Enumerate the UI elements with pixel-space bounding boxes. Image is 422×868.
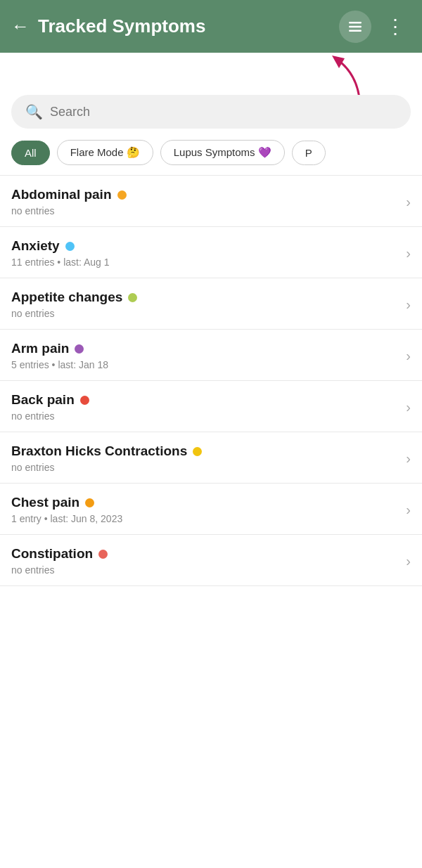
list-view-button[interactable] (339, 11, 371, 43)
chevron-right-icon: › (406, 502, 411, 518)
symptom-info: Back pain no entries (11, 392, 400, 422)
svg-rect-2 (349, 30, 362, 32)
symptom-info: Arm pain 5 entries • last: Jan 18 (11, 341, 400, 370)
svg-rect-0 (349, 22, 362, 24)
svg-rect-1 (349, 25, 362, 27)
symptom-dot (98, 550, 108, 559)
symptom-name-row: Back pain (11, 392, 400, 408)
list-item[interactable]: Constipation no entries › (0, 535, 422, 586)
chevron-right-icon: › (406, 399, 411, 415)
filter-chip-all[interactable]: All (11, 141, 50, 165)
symptom-sub: no entries (11, 410, 400, 422)
symptom-dot (80, 396, 89, 405)
symptom-name: Anxiety (11, 238, 60, 254)
symptom-name: Constipation (11, 546, 93, 562)
list-item[interactable]: Back pain no entries › (0, 381, 422, 432)
symptom-name: Arm pain (11, 341, 69, 356)
symptom-name: Braxton Hicks Contractions (11, 443, 187, 459)
more-options-button[interactable]: ⋮ (380, 14, 411, 39)
symptom-dot (75, 344, 84, 354)
filter-chips: All Flare Mode 🤔 Lupus Symptoms 💜 P (0, 137, 422, 175)
symptom-name-row: Arm pain (11, 341, 400, 356)
list-item[interactable]: Arm pain 5 entries • last: Jan 18 › (0, 330, 422, 381)
list-item[interactable]: Chest pain 1 entry • last: Jun 8, 2023 › (0, 484, 422, 535)
symptom-sub: no entries (11, 462, 400, 473)
symptom-name: Abdominal pain (11, 187, 112, 202)
page-title: Tracked Symptoms (38, 15, 331, 37)
app-header: ← Tracked Symptoms ⋮ (0, 0, 422, 53)
symptom-info: Braxton Hicks Contractions no entries (11, 443, 400, 473)
filter-chip-flare[interactable]: Flare Mode 🤔 (57, 140, 153, 165)
chevron-right-icon: › (406, 553, 411, 569)
chevron-right-icon: › (406, 451, 411, 467)
chevron-right-icon: › (406, 245, 411, 261)
symptom-dot (193, 447, 202, 456)
symptom-dot (85, 498, 94, 507)
search-section: 🔍 (0, 95, 422, 137)
search-icon: 🔍 (25, 103, 43, 120)
symptom-list: Abdominal pain no entries › Anxiety 11 e… (0, 175, 422, 586)
symptom-name-row: Chest pain (11, 495, 400, 510)
symptom-name-row: Abdominal pain (11, 187, 400, 202)
back-button[interactable]: ← (11, 15, 30, 37)
symptom-info: Abdominal pain no entries (11, 187, 400, 216)
symptom-name-row: Constipation (11, 546, 400, 562)
chevron-right-icon: › (406, 348, 411, 364)
symptom-info: Chest pain 1 entry • last: Jun 8, 2023 (11, 495, 400, 524)
search-input[interactable] (50, 105, 397, 119)
symptom-sub: 1 entry • last: Jun 8, 2023 (11, 513, 400, 524)
symptom-sub: 5 entries • last: Jan 18 (11, 359, 400, 370)
list-item[interactable]: Appetite changes no entries › (0, 278, 422, 330)
chevron-right-icon: › (406, 194, 411, 210)
list-item[interactable]: Anxiety 11 entries • last: Aug 1 › (0, 227, 422, 278)
filter-chip-lupus[interactable]: Lupus Symptoms 💜 (160, 140, 285, 165)
symptom-name: Chest pain (11, 495, 79, 510)
symptom-name-row: Braxton Hicks Contractions (11, 443, 400, 459)
symptom-dot (117, 190, 127, 200)
symptom-name-row: Anxiety (11, 238, 400, 254)
symptom-info: Anxiety 11 entries • last: Aug 1 (11, 238, 400, 268)
symptom-sub: 11 entries • last: Aug 1 (11, 257, 400, 268)
symptom-name: Back pain (11, 392, 75, 408)
list-item[interactable]: Abdominal pain no entries › (0, 176, 422, 227)
chevron-right-icon: › (406, 297, 411, 313)
filter-chip-p[interactable]: P (292, 141, 326, 165)
symptom-sub: no entries (11, 308, 400, 319)
symptom-name-row: Appetite changes (11, 290, 400, 305)
svg-marker-3 (332, 56, 345, 68)
symptom-sub: no entries (11, 564, 400, 576)
symptom-info: Appetite changes no entries (11, 290, 400, 319)
search-bar: 🔍 (11, 95, 411, 129)
symptom-sub: no entries (11, 205, 400, 216)
list-item[interactable]: Braxton Hicks Contractions no entries › (0, 432, 422, 484)
list-icon (347, 18, 364, 35)
symptom-dot (65, 242, 75, 251)
symptom-info: Constipation no entries (11, 546, 400, 576)
symptom-name: Appetite changes (11, 290, 122, 305)
symptom-dot (128, 293, 137, 302)
